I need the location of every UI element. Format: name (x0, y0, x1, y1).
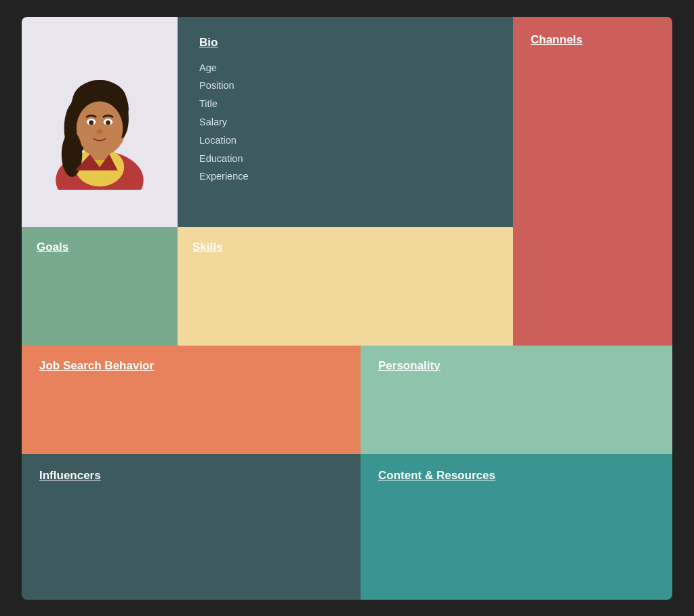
svg-point-13 (89, 120, 94, 125)
bio-item-salary: Salary (199, 113, 491, 131)
svg-point-15 (96, 129, 103, 134)
row-3: Job Search Behavior Personality (22, 346, 672, 454)
bio-list: Age Position Title Salary Location Educa… (199, 59, 491, 186)
influencers-cell: Influencers (22, 454, 361, 600)
bio-title: Bio (199, 36, 491, 49)
persona-canvas: Goals Bio Age Position Title Salary Loca… (22, 17, 672, 600)
bio-item-title: Title (199, 95, 491, 113)
goals-cell: Goals (22, 227, 178, 346)
avatar-illustration (42, 54, 157, 190)
personality-cell: Personality (361, 346, 672, 454)
skills-title: Skills (192, 241, 498, 254)
influencers-title: Influencers (39, 469, 343, 482)
avatar-cell (22, 17, 178, 227)
content-resources-cell: Content & Resources (361, 454, 672, 600)
goals-title: Goals (37, 241, 163, 254)
svg-point-9 (77, 101, 123, 155)
personality-title: Personality (378, 359, 655, 373)
channels-cell: Channels (513, 17, 672, 346)
svg-point-14 (106, 120, 110, 125)
bio-cell: Bio Age Position Title Salary Location E… (178, 17, 513, 227)
bio-item-experience: Experience (199, 167, 491, 186)
bio-item-position: Position (199, 77, 491, 95)
bio-item-location: Location (199, 131, 491, 150)
skills-cell: Skills (178, 227, 513, 346)
bio-item-education: Education (199, 150, 491, 168)
bio-item-age: Age (199, 59, 491, 77)
job-search-title: Job Search Behavior (39, 359, 343, 373)
row-4: Influencers Content & Resources (22, 454, 672, 600)
channels-title: Channels (531, 33, 655, 47)
job-search-cell: Job Search Behavior (22, 346, 361, 454)
content-resources-title: Content & Resources (378, 469, 655, 482)
